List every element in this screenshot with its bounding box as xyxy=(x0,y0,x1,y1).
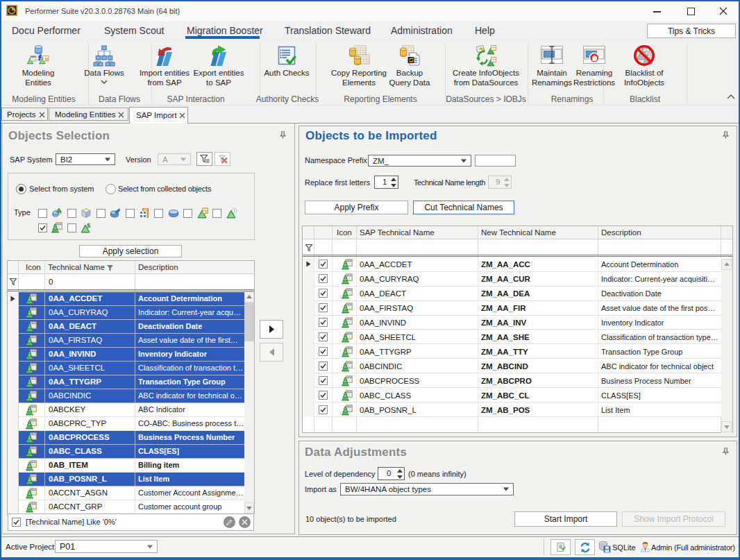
svg-text:$: $ xyxy=(87,222,91,229)
